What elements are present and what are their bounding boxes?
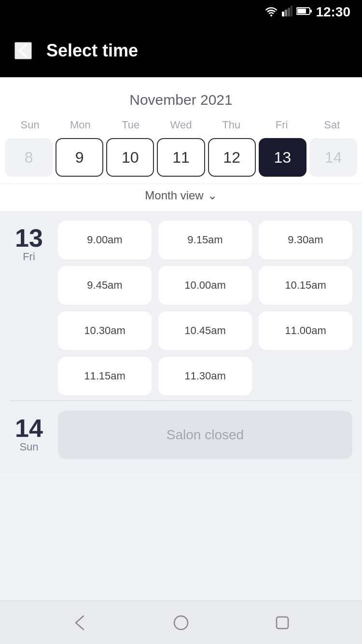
time-slots-grid-13: 9.00am 9.15am 9.30am 9.45am 10.00am 10.1…: [58, 221, 352, 395]
day-header-sun: Sun: [5, 116, 55, 134]
date-cell-9[interactable]: 9: [56, 138, 103, 177]
status-bar: 12:30: [0, 0, 362, 24]
svg-rect-2: [288, 8, 290, 16]
status-time: 12:30: [316, 4, 350, 20]
svg-point-7: [174, 616, 188, 630]
day-header-tue: Tue: [106, 116, 156, 134]
salon-closed-label: Salon closed: [167, 427, 244, 443]
time-slot-1100am[interactable]: 11.00am: [259, 311, 352, 350]
day-block-13: 13 Fri 9.00am 9.15am 9.30am 9.45am 10.00…: [10, 221, 352, 395]
day-number-13: 13: [15, 225, 43, 251]
page-title: Select time: [46, 41, 138, 61]
time-slot-1000am[interactable]: 10.00am: [158, 266, 252, 305]
svg-rect-3: [291, 6, 292, 16]
time-slot-945am[interactable]: 9.45am: [58, 266, 152, 305]
date-cell-8[interactable]: 8: [5, 138, 53, 177]
svg-rect-1: [285, 10, 287, 16]
header: Select time: [0, 24, 362, 77]
svg-rect-0: [282, 12, 284, 16]
svg-rect-5: [310, 10, 312, 13]
nav-square-icon[interactable]: [274, 614, 291, 631]
month-label: November 2021: [0, 87, 362, 116]
day-header-sat: Sat: [307, 116, 357, 134]
day-label-13: 13 Fri: [10, 221, 48, 395]
time-slot-1115am[interactable]: 11.15am: [58, 357, 152, 395]
svg-rect-6: [297, 9, 306, 14]
day-header-thu: Thu: [206, 116, 256, 134]
date-cell-13[interactable]: 13: [259, 138, 306, 177]
svg-rect-8: [277, 617, 288, 629]
date-cell-12[interactable]: 12: [208, 138, 256, 177]
time-slot-930am[interactable]: 9.30am: [259, 221, 352, 259]
time-slot-915am[interactable]: 9.15am: [158, 221, 252, 259]
calendar-section: November 2021 Sun Mon Tue Wed Thu Fri Sa…: [0, 77, 362, 211]
chevron-down-icon: ⌄: [208, 189, 217, 202]
month-view-label: Month view: [145, 189, 203, 202]
date-cell-10[interactable]: 10: [106, 138, 154, 177]
section-divider: [10, 400, 352, 401]
time-slot-1030am[interactable]: 10.30am: [58, 311, 152, 350]
month-view-toggle[interactable]: Month view ⌄: [0, 183, 362, 211]
date-cell-14[interactable]: 14: [309, 138, 357, 177]
nav-back-icon[interactable]: [71, 614, 88, 631]
day-number-14: 14: [15, 416, 43, 441]
nav-bar: [0, 601, 362, 644]
day-name-14: Sun: [19, 441, 38, 453]
week-days-header: Sun Mon Tue Wed Thu Fri Sat: [0, 116, 362, 134]
day-block-14: 14 Sun Salon closed: [10, 411, 352, 459]
day-header-wed: Wed: [156, 116, 206, 134]
schedule-section: 13 Fri 9.00am 9.15am 9.30am 9.45am 10.00…: [0, 211, 362, 474]
signal-icon: [282, 6, 292, 18]
nav-home-icon[interactable]: [172, 614, 190, 631]
battery-icon: [296, 7, 312, 17]
wifi-icon: [265, 6, 278, 18]
day-header-mon: Mon: [55, 116, 105, 134]
day-header-fri: Fri: [256, 116, 306, 134]
date-cell-11[interactable]: 11: [157, 138, 205, 177]
time-slot-1130am[interactable]: 11.30am: [158, 357, 252, 395]
day-label-14: 14 Sun: [10, 411, 48, 459]
time-slot-900am[interactable]: 9.00am: [58, 221, 152, 259]
back-button[interactable]: [14, 42, 32, 59]
week-dates: 8 9 10 11 12 13 14: [0, 134, 362, 183]
time-slot-1045am[interactable]: 10.45am: [158, 311, 252, 350]
status-icons: 12:30: [265, 4, 350, 20]
day-name-13: Fri: [23, 251, 35, 263]
salon-closed-box: Salon closed: [58, 411, 352, 459]
time-slot-1015am[interactable]: 10.15am: [259, 266, 352, 305]
